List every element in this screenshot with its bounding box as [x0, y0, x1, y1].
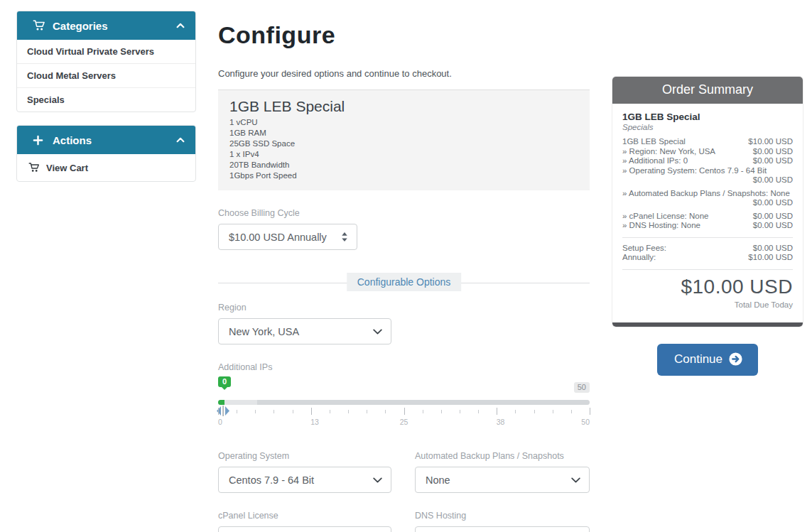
line-item-label: » Additional IPs: 0	[622, 156, 688, 166]
cycle-price: $10.00 USD	[748, 253, 793, 263]
slider-value-tooltip: 0	[218, 376, 231, 387]
summary-product-category: Specials	[622, 123, 793, 131]
region-label: Region	[218, 303, 590, 313]
region-select[interactable]: New York, USA	[218, 318, 391, 344]
continue-button[interactable]: Continue	[657, 344, 758, 376]
categories-list: Cloud Virtual Private Servers Cloud Meta…	[17, 40, 195, 112]
region-value: New York, USA	[229, 326, 299, 337]
sidebar: Categories Cloud Virtual Private Servers…	[16, 11, 196, 195]
categories-panel-header[interactable]: Categories	[17, 11, 195, 40]
billing-cycle-label: Choose Billing Cycle	[218, 208, 590, 218]
cpanel-select[interactable]: None	[218, 526, 391, 532]
order-total: $10.00 USD	[622, 276, 793, 298]
tick-mark	[237, 410, 237, 413]
summary-footer-bar	[612, 322, 803, 327]
summary-line-item: » Operating System: Centos 7.9 - 64 Bit …	[622, 166, 793, 185]
tick-mark	[330, 410, 330, 413]
plus-icon	[33, 134, 45, 146]
setup-fees-row: Setup Fees: $0.00 USD	[622, 244, 793, 254]
sidebar-item-cloud-vps[interactable]: Cloud Virtual Private Servers	[17, 40, 195, 64]
line-item-price: $0.00 USD	[753, 198, 793, 208]
line-item-label: » DNS Hosting: None	[622, 221, 700, 231]
categories-panel: Categories Cloud Virtual Private Servers…	[16, 11, 196, 112]
cpanel-label: cPanel License	[218, 511, 391, 521]
chevron-down-icon	[571, 477, 580, 483]
summary-line-item: 1GB LEB Special $10.00 USD	[622, 137, 793, 147]
tick-mark	[367, 410, 367, 413]
os-label: Operating System	[218, 451, 391, 461]
line-item-price: $0.00 USD	[753, 147, 793, 157]
product-feature: 1Gbps Port Speed	[229, 170, 578, 181]
sidebar-item-view-cart[interactable]: View Cart	[17, 154, 195, 181]
configurable-options-divider: Configurable Options	[218, 273, 590, 293]
dns-label: DNS Hosting	[415, 511, 590, 521]
actions-list: View Cart	[17, 154, 195, 181]
chevron-up-icon[interactable]	[175, 21, 185, 31]
cart-icon	[33, 19, 45, 32]
actions-panel-header[interactable]: Actions	[17, 126, 195, 154]
slider-ticks	[218, 408, 590, 416]
billing-cycle-dropdown[interactable]: $10.00 USD Annually	[218, 224, 357, 250]
slider-track[interactable]	[218, 400, 590, 405]
tick-mark	[385, 410, 386, 413]
backup-select[interactable]: None	[415, 467, 590, 493]
order-summary-title: Order Summary	[612, 77, 803, 104]
backup-value: None	[426, 474, 450, 486]
backup-label: Automated Backup Plans / Snapshots	[415, 451, 590, 461]
sidebar-item-label: Cloud Virtual Private Servers	[27, 46, 154, 57]
line-item-label: » cPanel License: None	[622, 212, 708, 222]
summary-divider	[622, 237, 793, 238]
os-field: Operating System Centos 7.9 - 64 Bit	[218, 433, 391, 493]
configurable-options-heading: Configurable Options	[347, 273, 462, 291]
page-title: Configure	[218, 21, 590, 49]
total-due-caption: Total Due Today	[622, 300, 793, 309]
tick-mark	[293, 410, 293, 413]
setup-fees-price: $0.00 USD	[753, 244, 793, 254]
slider-tick-labels: 0 13 25 38 50	[218, 418, 590, 428]
summary-line-item: » Automated Backup Plans / Snapshots: No…	[622, 189, 793, 208]
tick-mark	[441, 410, 442, 413]
summary-line-item: » Additional IPs: 0 $0.00 USD	[622, 156, 793, 166]
product-feature: 1 vCPU	[229, 117, 578, 128]
os-value: Centos 7.9 - 64 Bit	[229, 474, 314, 486]
slider-track-segment	[224, 400, 257, 405]
order-summary-panel: Order Summary 1GB LEB Special Specials 1…	[612, 77, 803, 327]
product-name: 1GB LEB Special	[229, 98, 578, 115]
tick-mark	[274, 410, 274, 413]
actions-title: Actions	[53, 134, 92, 146]
os-select[interactable]: Centos 7.9 - 64 Bit	[218, 467, 391, 493]
sidebar-item-cloud-metal[interactable]: Cloud Metal Servers	[17, 64, 195, 88]
page: Categories Cloud Virtual Private Servers…	[0, 0, 812, 532]
slider-max-badge: 50	[574, 382, 590, 393]
tick-mark	[404, 408, 405, 415]
page-subtitle: Configure your desired options and conti…	[218, 68, 590, 79]
additional-ips-slider[interactable]: 0 50 0 13 25 38 50	[218, 376, 590, 432]
tick-label: 13	[310, 418, 319, 426]
tick-mark	[460, 410, 460, 413]
dns-select[interactable]: None	[415, 526, 590, 532]
sort-icon	[341, 232, 348, 242]
tick-mark	[515, 410, 516, 413]
dns-field: DNS Hosting None	[415, 493, 590, 532]
product-summary-box: 1GB LEB Special 1 vCPU 1GB RAM 25GB SSD …	[218, 89, 590, 190]
tick-label: 38	[497, 418, 505, 426]
tick-mark	[478, 410, 479, 413]
tick-mark	[553, 410, 553, 413]
tick-mark	[497, 408, 497, 415]
billing-cycle-row: Annually: $10.00 USD	[622, 253, 793, 263]
line-item-price: $0.00 USD	[753, 156, 793, 166]
backup-field: Automated Backup Plans / Snapshots None	[415, 433, 590, 493]
order-summary-column: Order Summary 1GB LEB Special Specials 1…	[612, 77, 803, 376]
chevron-down-icon	[373, 329, 382, 335]
tick-mark	[348, 410, 349, 413]
line-item-price: $10.00 USD	[748, 137, 793, 147]
configure-main: Configure Configure your desired options…	[218, 21, 590, 532]
chevron-up-icon[interactable]	[175, 135, 185, 145]
sidebar-item-label: Cloud Metal Servers	[27, 70, 116, 81]
additional-ips-label: Additional IPs	[218, 362, 590, 372]
summary-divider	[622, 269, 793, 270]
billing-cycle-value: $10.00 USD Annually	[229, 232, 327, 243]
sidebar-item-specials[interactable]: Specials	[17, 88, 195, 112]
tick-mark	[534, 410, 535, 413]
slider-fill	[218, 400, 224, 405]
